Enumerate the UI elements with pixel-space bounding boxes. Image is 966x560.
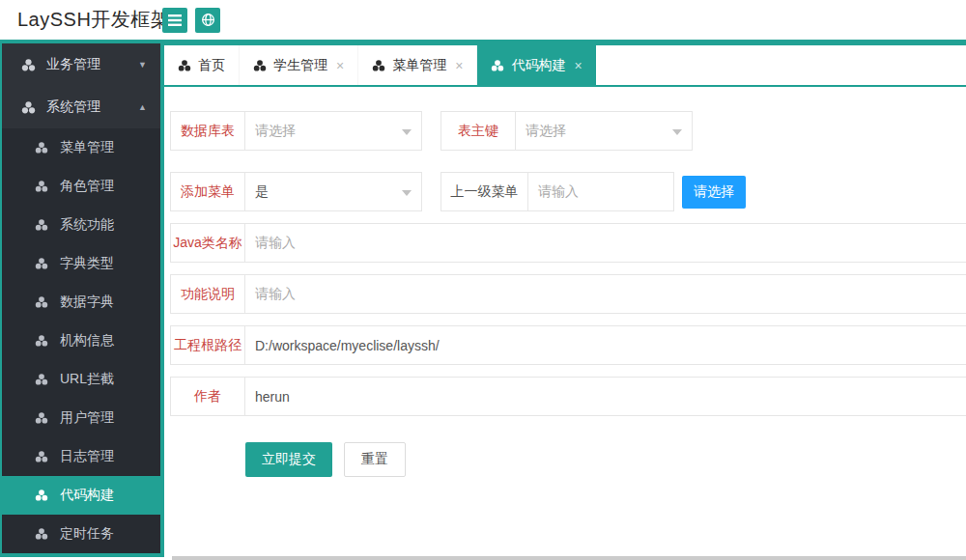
hamburger-icon [168,14,182,26]
sidebar-item-menu-mgmt[interactable]: 菜单管理 [2,128,160,167]
sidebar-item-data-dict[interactable]: 数据字典 [2,283,160,322]
database-table-select[interactable]: 请选择 [244,111,422,151]
parent-menu-input[interactable]: 请输入 [527,172,674,211]
tab-home[interactable]: 首页 [164,45,240,85]
field-label: 添加菜单 [170,172,244,211]
caret-down-icon [402,190,412,196]
tab-label: 学生管理 [273,57,327,74]
module-icon [35,334,48,348]
sidebar-item-scheduled-tasks[interactable]: 定时任务 [2,515,160,553]
sidebar-item-label: 菜单管理 [60,139,114,156]
close-icon[interactable]: × [336,59,344,72]
module-icon [491,59,504,72]
sidebar-item-label: 系统功能 [60,216,114,234]
collapse-sidebar-button[interactable] [162,8,187,33]
author-input[interactable]: herun [244,377,966,416]
input-value: herun [255,389,290,405]
sidebar-item-label: 系统管理 [46,98,100,116]
close-icon[interactable]: × [574,59,582,72]
sidebar-item-user-mgmt[interactable]: 用户管理 [2,399,160,437]
choose-parent-menu-button[interactable]: 请选择 [682,176,746,209]
select-placeholder: 请选择 [255,123,296,140]
sidebar: 业务管理 ▼ 系统管理 ▲ 菜单管理 [0,40,164,560]
sidebar-item-org-info[interactable]: 机构信息 [2,322,160,360]
close-icon[interactable]: × [455,59,463,72]
chevron-down-icon: ▼ [138,60,147,70]
field-label: Java类名称 [170,223,244,263]
tab-label: 首页 [198,57,225,74]
field-label: 功能说明 [170,274,244,314]
form-row-java-class: Java类名称 请输入 [170,223,966,263]
input-placeholder: 请输入 [538,183,579,201]
app-window: LaySSH开发框架 业务管理 ▼ [0,0,966,560]
caret-down-icon [672,129,682,135]
input-placeholder: 请输入 [255,286,296,303]
sidebar-item-code-builder[interactable]: 代码构建 [2,476,160,515]
module-icon [21,100,36,115]
caret-down-icon [402,129,412,135]
sidebar-item-label: 日志管理 [60,448,114,465]
module-icon [35,218,48,232]
form-row-author: 作者 herun [170,377,966,416]
module-icon [35,180,48,193]
sidebar-item-label: 用户管理 [60,409,114,427]
sidebar-item-label: 数据字典 [60,294,114,311]
form-row-project-root: 工程根路径 D:/workspace/myeclise/layssh/ [170,325,966,365]
field-label: 工程根路径 [170,325,244,365]
select-placeholder: 请选择 [526,123,566,140]
tab-label: 菜单管理 [392,57,446,74]
feature-desc-input[interactable]: 请输入 [244,274,966,314]
field-label: 数据库表 [170,111,244,151]
add-menu-select[interactable]: 是 [244,172,422,211]
form-row-db: 数据库表 请选择 表主键 请选择 [170,111,966,151]
field-label: 上一级菜单 [440,172,527,211]
tab-bar: 首页 学生管理 × 菜单管理 × 代码构建 × [164,45,966,87]
horizontal-scrollbar[interactable] [172,556,966,560]
tab-menu-mgmt[interactable]: 菜单管理 × [358,45,477,85]
input-value: D:/workspace/myeclise/layssh/ [255,338,440,353]
code-builder-form: 数据库表 请选择 表主键 请选择 [164,87,966,560]
submit-button[interactable]: 立即提交 [245,442,332,477]
sidebar-item-system-mgmt[interactable]: 系统管理 ▲ [2,86,160,128]
module-icon [178,59,191,72]
table-key-select[interactable]: 请选择 [515,111,693,151]
sidebar-submenu: 菜单管理 角色管理 系统功能 字典类型 [2,128,160,553]
field-parent-menu: 上一级菜单 请输入 [440,172,674,211]
body: 业务管理 ▼ 系统管理 ▲ 菜单管理 [0,40,966,560]
content-area: 首页 学生管理 × 菜单管理 × 代码构建 × [164,40,966,560]
sidebar-item-label: 机构信息 [60,332,114,350]
sidebar-item-system-functions[interactable]: 系统功能 [2,206,160,244]
input-placeholder: 请输入 [255,235,296,252]
sidebar-item-label: 角色管理 [60,178,114,195]
language-globe-button[interactable] [195,8,220,33]
spacer [422,172,440,211]
field-add-menu: 添加菜单 是 [170,172,422,211]
tab-student-mgmt[interactable]: 学生管理 × [240,45,358,85]
select-value: 是 [255,183,269,201]
form-actions: 立即提交 重置 [245,442,966,477]
sidebar-item-dict-type[interactable]: 字典类型 [2,244,160,283]
sidebar-item-label: 字典类型 [60,255,114,272]
sidebar-item-log-mgmt[interactable]: 日志管理 [2,437,160,476]
module-icon [35,489,48,502]
sidebar-item-role-mgmt[interactable]: 角色管理 [2,167,160,206]
module-icon [35,411,48,425]
app-title: LaySSH开发框架 [0,7,155,33]
project-root-input[interactable]: D:/workspace/myeclise/layssh/ [244,325,966,365]
sidebar-item-business-mgmt[interactable]: 业务管理 ▼ [2,43,160,86]
java-class-input[interactable]: 请输入 [244,223,966,263]
reset-button[interactable]: 重置 [344,442,406,477]
module-icon [35,373,48,386]
field-table-key: 表主键 请选择 [440,111,693,151]
app-header: LaySSH开发框架 [0,0,966,40]
tab-code-builder[interactable]: 代码构建 × [477,45,595,85]
sidebar-item-label: URL拦截 [60,371,114,388]
field-database-table: 数据库表 请选择 [170,111,422,151]
module-icon [35,450,48,463]
chevron-up-icon: ▲ [138,102,147,112]
module-icon [35,527,48,541]
sidebar-item-url-intercept[interactable]: URL拦截 [2,360,160,399]
globe-icon [201,13,215,27]
module-icon [372,59,385,72]
spacer [422,111,440,151]
